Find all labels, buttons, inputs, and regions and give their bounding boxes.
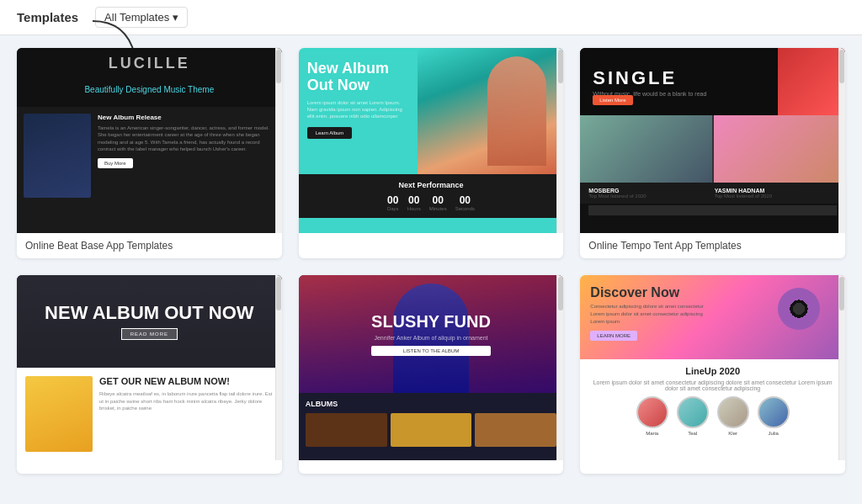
card3-artist2-sub: Top Most listened of 2020 — [715, 194, 837, 199]
card2-body: Lorem ipsum dolor sit amet Lorem Ipsum. … — [307, 99, 410, 120]
countdown-days-label: Days — [387, 206, 399, 211]
card5-albums-label: ALBUMS — [306, 400, 557, 408]
card1-album-title: New Album Release — [98, 114, 275, 121]
card6-preview: Discover Now Consectetur adipiscing dolo… — [580, 275, 845, 460]
card4-scrollbar[interactable] — [275, 275, 282, 460]
card4-text: GET OUR NEW ALBUM NOW! Ribeye alcatra me… — [99, 376, 274, 452]
card3-scroll-thumb — [839, 50, 844, 83]
template-card-4[interactable]: NEW ALBUM OUT NOW READ MORE GET OUR NEW … — [17, 275, 282, 474]
card1-top: LUCILLE Beautifully Designed Music Theme — [17, 48, 282, 107]
card4-preview: NEW ALBUM OUT NOW READ MORE GET OUR NEW … — [17, 275, 282, 460]
card1-preview: LUCILLE Beautifully Designed Music Theme… — [17, 48, 282, 233]
template-card-1[interactable]: LUCILLE Beautifully Designed Music Theme… — [17, 48, 282, 258]
card4-read-btn[interactable]: READ MORE — [121, 328, 178, 340]
card2-preview-wrapper: New Album Out Now Lorem ipsum dolor sit … — [299, 48, 564, 233]
card6-discover-text: Consectetur adipiscing dolore sit amet c… — [590, 303, 708, 326]
card1-bottom: New Album Release Tamela is an American … — [17, 107, 282, 233]
card2-scroll-thumb — [558, 50, 563, 83]
card3-artist1-sub: Top Most listened of 2020 — [588, 194, 710, 199]
card5-top: SLUSHY FUND Jennifer Anker Album of aliq… — [299, 275, 564, 393]
card1-image — [24, 114, 91, 198]
countdown-hours-label: Hours — [407, 206, 421, 211]
dropdown-icon: ▾ — [173, 11, 178, 24]
card1-preview-wrapper: LUCILLE Beautifully Designed Music Theme… — [17, 48, 282, 233]
card5-album2 — [391, 413, 472, 447]
card6-discover-title: Discover Now — [590, 285, 708, 300]
card2-bottom: Next Performance 00 Days 00 Hours 00 Min — [299, 174, 564, 218]
template-card-3[interactable]: SINGLE Without music, life would be a bl… — [580, 48, 845, 258]
card5-preview-wrapper: SLUSHY FUND Jennifer Anker Album of aliq… — [299, 275, 564, 460]
card3-photos — [580, 115, 845, 183]
card3-hero-image — [778, 48, 845, 115]
card3-top: SINGLE Without music, life would be a bl… — [580, 48, 845, 115]
card4-bottom: GET OUR NEW ALBUM NOW! Ribeye alcatra me… — [17, 368, 282, 460]
card6-artist3-name: Kler — [717, 431, 749, 436]
card1-buy-btn[interactable]: Buy More — [98, 158, 133, 168]
card4-top: NEW ALBUM OUT NOW READ MORE — [17, 275, 282, 368]
card1-scroll-thumb — [276, 50, 281, 83]
card1-text: New Album Release Tamela is an American … — [98, 114, 275, 226]
template-card-2[interactable]: New Album Out Now Lorem ipsum dolor sit … — [299, 48, 564, 258]
card5-album-grid — [306, 413, 557, 447]
card6-scrollbar[interactable] — [838, 275, 845, 460]
card6-artist4: Julia — [758, 396, 790, 436]
card6-artist3: Kler — [717, 396, 749, 436]
card5-album1 — [306, 413, 387, 447]
card2-right — [418, 48, 563, 174]
card3-preview-wrapper: SINGLE Without music, life would be a bl… — [580, 48, 845, 233]
card2-preview: New Album Out Now Lorem ipsum dolor sit … — [299, 48, 564, 233]
card4-body: Ribeye alcatra meatloaf ex, in laborum i… — [99, 390, 274, 411]
card3-title: SINGLE — [593, 67, 706, 89]
card2-title: New Album Out Now — [307, 61, 410, 94]
card5-scrollbar[interactable] — [556, 275, 563, 460]
card3-preview: SINGLE Without music, life would be a bl… — [580, 48, 845, 233]
card6-artist1: Maria — [636, 396, 668, 436]
card6-artist2-name: Teal — [677, 431, 709, 436]
card3-listen-btn[interactable]: Listen More — [593, 95, 632, 105]
card6-learn-btn[interactable]: LEARN MORE — [590, 331, 637, 341]
countdown-minutes: 00 Minutes — [429, 194, 447, 211]
card2-label — [299, 233, 564, 247]
page-title: Templates — [17, 10, 78, 24]
card5-title: SLUSHY FUND — [371, 312, 491, 332]
template-card-5[interactable]: SLUSHY FUND Jennifer Anker Album of aliq… — [299, 275, 564, 474]
card5-listen-btn[interactable]: LISTEN TO THE ALBUM — [371, 346, 491, 356]
card6-scroll-thumb — [839, 277, 844, 310]
card5-album3 — [475, 413, 556, 447]
card6-preview-wrapper: Discover Now Consectetur adipiscing dolo… — [580, 275, 845, 460]
card6-lineup-subtitle: Lorem ipsum dolor sit amet consectetur a… — [587, 379, 838, 391]
card6-artist2: Teal — [677, 396, 709, 436]
card1-subtitle: Beautifully Designed Music Theme — [84, 84, 214, 96]
card5-subtitle: Jennifer Anker Album of aliquip in ornam… — [371, 335, 491, 341]
header: Templates All Templates ▾ — [0, 0, 862, 35]
card4-beach-image — [25, 376, 93, 452]
card3-scrollbar[interactable] — [838, 48, 845, 233]
card4-label — [17, 460, 282, 474]
countdown-seconds-value: 00 — [455, 194, 475, 206]
card1-label: Online Beat Base App Templates — [17, 233, 282, 258]
card6-artist4-name: Julia — [758, 431, 790, 436]
card6-vinyl — [778, 288, 820, 330]
countdown-days: 00 Days — [387, 194, 399, 211]
card5-label — [299, 460, 564, 474]
card6-artist1-name: Maria — [636, 431, 668, 436]
card1-band-name: LUCILLE — [109, 55, 190, 72]
card6-artist4-photo — [758, 396, 790, 428]
card1-scrollbar[interactable] — [275, 48, 282, 233]
card2-scrollbar[interactable] — [556, 48, 563, 233]
card4-main-text: NEW ALBUM OUT NOW — [45, 303, 253, 323]
card6-artists-row: Maria Teal Kler Julia — [587, 396, 838, 436]
countdown-minutes-label: Minutes — [429, 206, 447, 211]
countdown-days-value: 00 — [387, 194, 399, 206]
card4-album-title: GET OUR NEW ALBUM NOW! — [99, 376, 274, 387]
card5-scroll-thumb — [558, 277, 563, 310]
template-card-6[interactable]: Discover Now Consectetur adipiscing dolo… — [580, 275, 845, 474]
countdown-hours-value: 00 — [407, 194, 421, 206]
card2-countdown: 00 Days 00 Hours 00 Minutes 00 — [306, 194, 557, 211]
card2-performance: Next Performance — [306, 181, 557, 189]
card2-learn-btn[interactable]: Learn Album — [307, 127, 353, 139]
card6-lineup-title: LineUp 2020 — [587, 366, 838, 376]
card3-artists: MOSBERG Top Most listened of 2020 YASMIN… — [580, 183, 845, 204]
countdown-minutes-value: 00 — [429, 194, 447, 206]
card3-photo1 — [580, 115, 711, 183]
